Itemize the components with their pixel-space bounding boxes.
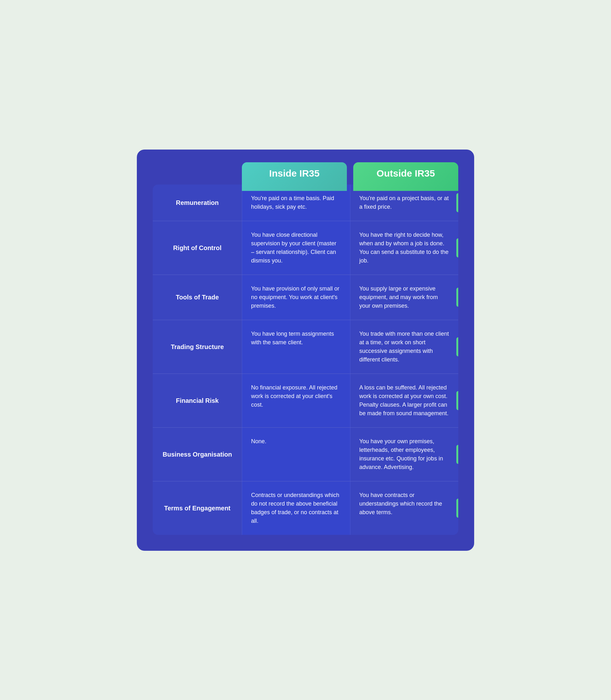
comparison-table: Remuneration You're paid on a time basis… [153, 184, 458, 535]
cell-outside: You have your own premises, letterheads,… [351, 428, 458, 481]
row-accent [456, 238, 458, 257]
table-row: Financial Risk No financial exposure. Al… [153, 374, 458, 428]
table-row: Business Organisation None. You have you… [153, 428, 458, 481]
cell-inside: No financial exposure. All rejected work… [242, 374, 351, 427]
row-accent [456, 193, 458, 212]
inside-cell-text: You have provision of only small or no e… [251, 285, 340, 309]
row-accent [456, 445, 458, 464]
outside-cell-text: You trade with more than one client at a… [359, 331, 449, 363]
row-label-text: Right of Control [173, 244, 222, 252]
page-wrapper: Inside IR35 Outside IR35 Remuneration Yo… [0, 0, 611, 700]
inside-header: Inside IR35 [242, 162, 347, 191]
cell-outside: You trade with more than one client at a… [351, 320, 458, 374]
inside-header-label: Inside IR35 [269, 168, 319, 179]
outside-cell-text: You have contracts or understandings whi… [359, 492, 442, 516]
cell-inside: You have long term assignments with the … [242, 320, 351, 374]
row-label-text: Remuneration [176, 198, 219, 207]
row-accent [456, 288, 458, 307]
cell-outside: You supply large or expensive equipment,… [351, 275, 458, 320]
cell-outside: A loss can be suffered. All rejected wor… [351, 374, 458, 427]
outside-cell-text: A loss can be suffered. All rejected wor… [359, 384, 448, 417]
row-label-text: Tools of Trade [176, 293, 219, 301]
row-accent [456, 337, 458, 356]
inside-cell-text: You're paid on a time basis. Paid holida… [251, 195, 334, 210]
cell-inside: Contracts or understandings which do not… [242, 481, 351, 535]
row-label: Trading Structure [153, 320, 242, 374]
outside-header-label: Outside IR35 [376, 168, 435, 179]
inside-cell-text: Contracts or understandings which do not… [251, 492, 339, 524]
row-label: Business Organisation [153, 428, 242, 481]
cell-inside: You have provision of only small or no e… [242, 275, 351, 320]
inside-cell-text: You have long term assignments with the … [251, 331, 334, 345]
main-card: Inside IR35 Outside IR35 Remuneration Yo… [137, 150, 474, 551]
cell-inside: You have close directional supervision b… [242, 221, 351, 274]
outside-cell-text: You supply large or expensive equipment,… [359, 285, 438, 309]
row-label-text: Trading Structure [171, 343, 224, 351]
row-accent [456, 391, 458, 410]
cell-outside: You have contracts or understandings whi… [351, 481, 458, 535]
row-label: Terms of Engagement [153, 481, 242, 535]
row-label-text: Terms of Engagement [164, 504, 231, 512]
outside-cell-text: You have your own premises, letterheads,… [359, 438, 443, 470]
row-label: Financial Risk [153, 374, 242, 427]
table-row: Terms of Engagement Contracts or underst… [153, 481, 458, 535]
row-accent [456, 498, 458, 518]
row-label-text: Business Organisation [163, 450, 232, 459]
cell-outside: You have the right to decide how, when a… [351, 221, 458, 274]
table-row: Trading Structure You have long term ass… [153, 320, 458, 374]
outside-cell-text: You're paid on a project basis, or at a … [359, 195, 449, 210]
table-row: Tools of Trade You have provision of onl… [153, 275, 458, 320]
inside-cell-text: No financial exposure. All rejected work… [251, 384, 337, 408]
outside-header: Outside IR35 [353, 162, 458, 191]
row-label-text: Financial Risk [176, 397, 219, 405]
row-label: Right of Control [153, 221, 242, 274]
inside-cell-text: You have close directional supervision b… [251, 232, 337, 264]
outside-cell-text: You have the right to decide how, when a… [359, 232, 449, 264]
cell-inside: None. [242, 428, 351, 481]
row-label: Tools of Trade [153, 275, 242, 320]
header-row: Inside IR35 Outside IR35 [153, 162, 458, 191]
inside-cell-text: None. [251, 438, 266, 445]
table-row: Right of Control You have close directio… [153, 221, 458, 275]
